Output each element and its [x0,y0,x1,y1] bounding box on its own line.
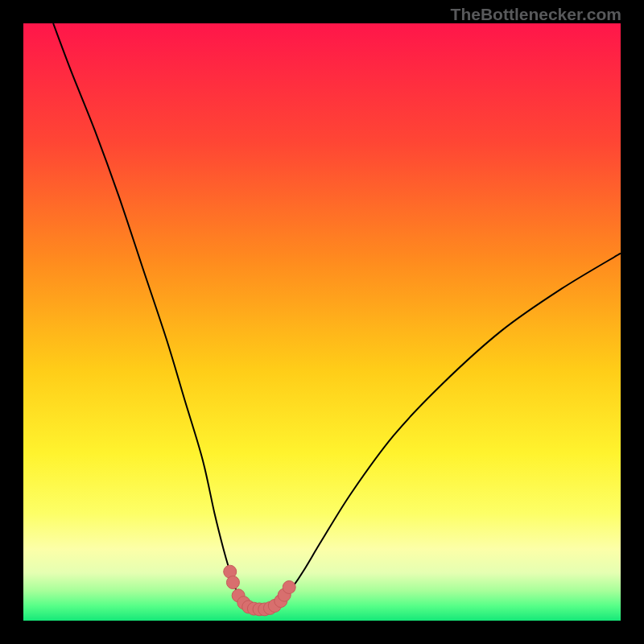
chart-stage: TheBottlenecker.com [0,0,644,644]
curve-marker [283,580,295,593]
curve-marker [268,599,281,612]
curve-marker [232,589,245,602]
curve-marker [263,601,276,614]
curve-marker [237,597,250,609]
attribution-label: TheBottlenecker.com [451,5,621,24]
curve-marker [278,588,291,601]
bottleneck-curve [53,23,621,609]
curve-marker [224,565,237,578]
curve-marker [275,595,287,608]
curve-marker [247,602,260,615]
curve-marker [226,576,239,589]
plot-area [23,23,621,621]
curve-marker [242,601,255,613]
chart-svg [23,23,621,621]
curve-marker [258,603,271,616]
curve-marker [253,603,266,616]
